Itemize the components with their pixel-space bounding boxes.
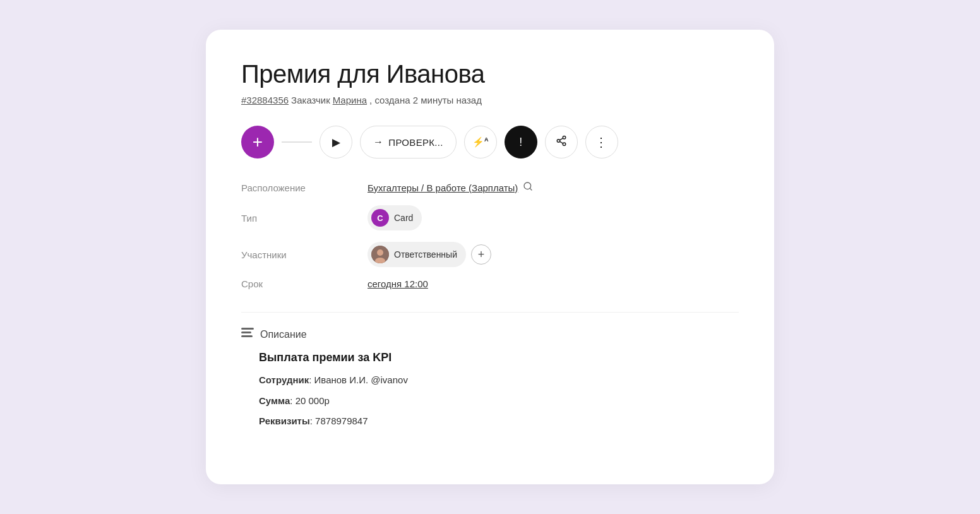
share-icon (556, 135, 567, 149)
participant-badge[interactable]: Ответственный (368, 242, 466, 267)
arrow-icon: → (373, 136, 383, 148)
description-amount: Сумма: 20 000р (259, 394, 739, 409)
location-row: Расположение Бухгалтеры / В работе (Зарп… (241, 181, 739, 194)
order-id-link[interactable]: #32884356 (241, 95, 289, 105)
description-heading: Выплата премии за KPI (259, 351, 739, 364)
type-badge[interactable]: C Card (368, 205, 422, 230)
lightning-button[interactable]: ⚡A (464, 126, 497, 158)
deadline-row: Срок сегодня 12:00 (241, 278, 739, 289)
avatar-image (371, 246, 389, 263)
svg-rect-12 (241, 335, 253, 337)
amount-label: Сумма (259, 395, 290, 406)
participants-label: Участники (241, 249, 368, 260)
connector-line-1 (282, 141, 312, 143)
share-button[interactable] (545, 126, 578, 158)
description-requisites: Реквизиты: 7878979847 (259, 414, 739, 429)
main-card: Премия для Иванова #32884356 Заказчик Ма… (206, 30, 774, 484)
svg-line-4 (559, 138, 563, 140)
add-participant-button[interactable]: + (471, 244, 491, 265)
location-value: Бухгалтеры / В работе (Зарплаты) (368, 181, 533, 194)
amount-value: 20 000р (296, 395, 330, 406)
description-section: Описание Выплата премии за KPI Сотрудник… (241, 312, 739, 429)
add-icon: + (253, 132, 263, 152)
requisites-value: 7878979847 (315, 415, 368, 426)
card-subtitle: #32884356 Заказчик Марина , создана 2 ми… (241, 95, 739, 105)
type-badge-label: Card (394, 213, 413, 223)
svg-line-3 (559, 141, 563, 143)
subtitle-text2: , создана 2 минуты назад (369, 95, 482, 105)
fields-section: Расположение Бухгалтеры / В работе (Зарп… (241, 181, 739, 289)
svg-rect-10 (241, 328, 254, 330)
customer-name-link[interactable]: Марина (333, 95, 367, 105)
more-button[interactable]: ⋮ (585, 126, 618, 158)
svg-point-8 (377, 249, 383, 256)
svg-line-6 (530, 188, 532, 190)
avatar (371, 246, 389, 263)
add-button[interactable]: + (241, 126, 274, 158)
more-icon: ⋮ (595, 136, 608, 148)
alert-button[interactable]: ! (505, 126, 537, 158)
description-list-icon (241, 328, 254, 341)
requisites-label: Реквизиты (259, 415, 310, 426)
play-icon: ▶ (332, 136, 340, 149)
employee-label: Сотрудник (259, 374, 309, 385)
type-row: Тип C Card (241, 205, 739, 230)
alert-icon: ! (519, 136, 522, 149)
deadline-link[interactable]: сегодня 12:00 (368, 278, 428, 289)
location-link[interactable]: Бухгалтеры / В работе (Зарплаты) (368, 182, 518, 193)
lightning-icon: ⚡A (472, 136, 489, 148)
subtitle-text1: Заказчик (291, 95, 330, 105)
participants-row: Участники Ответственный (241, 242, 739, 267)
participants-value: Ответственный + (368, 242, 491, 267)
employee-value: Иванов И.И. @ivanov (314, 374, 408, 385)
description-employee: Сотрудник: Иванов И.И. @ivanov (259, 373, 739, 388)
search-icon[interactable] (523, 181, 533, 194)
svg-rect-11 (241, 332, 251, 333)
description-header: Описание (241, 328, 739, 341)
type-value: C Card (368, 205, 422, 230)
deadline-label: Срок (241, 278, 368, 289)
deadline-value: сегодня 12:00 (368, 278, 428, 289)
description-body: Выплата премии за KPI Сотрудник: Иванов … (241, 351, 739, 429)
toolbar: + ▶ → ПРОВЕРК... ⚡A ! ⋮ (241, 126, 739, 158)
location-label: Расположение (241, 182, 368, 193)
description-title: Описание (260, 329, 307, 340)
card-title: Премия для Иванова (241, 60, 739, 88)
type-label: Тип (241, 213, 368, 224)
type-badge-icon: C (371, 209, 389, 227)
participant-name: Ответственный (394, 249, 457, 260)
proverka-button[interactable]: → ПРОВЕРК... (360, 126, 457, 158)
proverka-label: ПРОВЕРК... (388, 137, 443, 148)
play-button[interactable]: ▶ (320, 126, 352, 158)
